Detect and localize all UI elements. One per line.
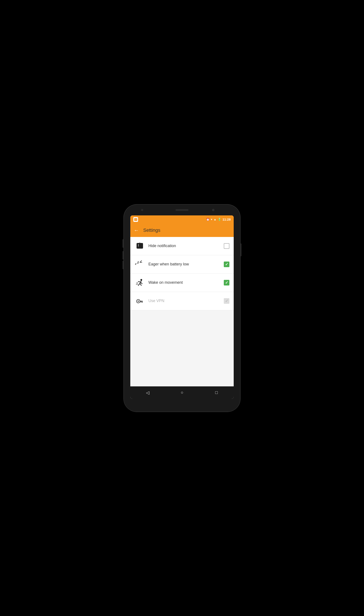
- svg-line-14: [138, 282, 141, 282]
- svg-point-19: [138, 301, 139, 302]
- phone-device: ⏰ ▾ ▲ 🔋 11:28 ← Settings: [124, 205, 240, 411]
- nav-home-icon: ○: [181, 390, 183, 395]
- nav-recent-button[interactable]: □: [211, 387, 222, 398]
- wifi-icon: ▾: [211, 218, 212, 221]
- setting-item-use-vpn: Use VPN: [130, 292, 234, 310]
- app-notification-icon: [133, 217, 138, 222]
- eager-battery-label: Eager when battery low: [148, 262, 224, 266]
- status-left: [133, 217, 138, 222]
- svg-rect-22: [141, 302, 141, 302]
- use-vpn-checkbox: [224, 298, 229, 304]
- svg-line-13: [140, 283, 141, 286]
- hide-notification-checkbox[interactable]: [224, 243, 229, 249]
- sleep-icon: z z Z: [135, 259, 145, 270]
- notification-icon: !: [135, 241, 145, 251]
- svg-rect-20: [140, 301, 143, 302]
- app-title: Settings: [143, 227, 160, 233]
- front-camera: [141, 209, 143, 211]
- sensor: [212, 209, 214, 211]
- settings-content: ! Hide notification z z Z: [130, 237, 234, 386]
- svg-line-15: [141, 282, 142, 284]
- setting-item-eager-battery[interactable]: z z Z Eager when battery low: [130, 255, 234, 274]
- svg-text:z: z: [137, 260, 139, 264]
- alarm-icon: ⏰: [206, 218, 209, 221]
- phone-bottom: [124, 399, 240, 411]
- battery-icon: 🔋: [218, 218, 221, 221]
- svg-line-12: [138, 283, 140, 286]
- vpn-icon: [135, 296, 145, 306]
- wake-movement-label: Wake on movement: [148, 280, 224, 285]
- wake-movement-checkbox[interactable]: [224, 280, 229, 286]
- use-vpn-label: Use VPN: [148, 299, 224, 303]
- setting-item-wake-movement[interactable]: Wake on movement: [130, 274, 234, 292]
- hide-notification-label: Hide notification: [148, 244, 224, 248]
- svg-rect-21: [142, 302, 143, 303]
- svg-rect-5: [139, 243, 140, 243]
- signal-icon: ▲: [214, 218, 216, 221]
- app-bar: ← Settings: [130, 224, 234, 237]
- svg-point-2: [136, 219, 137, 219]
- setting-item-hide-notification[interactable]: ! Hide notification: [130, 237, 234, 255]
- svg-text:z: z: [135, 262, 137, 265]
- nav-home-button[interactable]: ○: [177, 387, 187, 398]
- status-time: 11:28: [222, 218, 231, 221]
- back-button[interactable]: ←: [134, 227, 139, 233]
- status-bar: ⏰ ▾ ▲ 🔋 11:28: [130, 215, 234, 224]
- nav-bar: ◁ ○ □: [130, 386, 234, 399]
- run-icon: [135, 277, 145, 288]
- eager-battery-checkbox[interactable]: [224, 261, 229, 267]
- speaker: [176, 209, 188, 211]
- nav-recent-icon: □: [215, 390, 218, 395]
- phone-screen: ⏰ ▾ ▲ 🔋 11:28 ← Settings: [130, 215, 234, 399]
- settings-list: ! Hide notification z z Z: [130, 237, 234, 310]
- nav-back-icon: ◁: [146, 390, 149, 395]
- svg-rect-0: [134, 218, 137, 221]
- nav-back-button[interactable]: ◁: [142, 387, 153, 398]
- svg-text:Z: Z: [140, 260, 143, 263]
- svg-text:!: !: [138, 244, 139, 247]
- screen-content: ⏰ ▾ ▲ 🔋 11:28 ← Settings: [130, 215, 234, 399]
- svg-point-1: [135, 219, 135, 219]
- status-right: ⏰ ▾ ▲ 🔋 11:28: [206, 218, 231, 221]
